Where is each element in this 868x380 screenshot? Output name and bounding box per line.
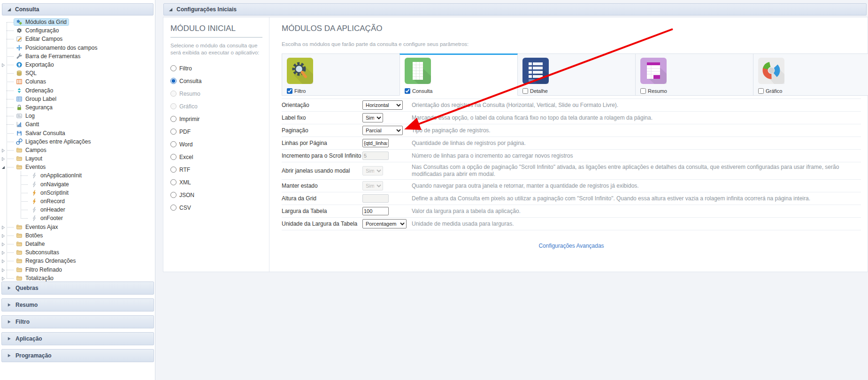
expand-toggle-icon[interactable] (1, 62, 6, 67)
tree-item-barra-de-ferramentas[interactable]: Barra de Ferramentas (0, 52, 155, 61)
tree-item-configuracao[interactable]: Configuração (0, 26, 155, 35)
module-checkbox-filtro[interactable] (287, 88, 292, 94)
module-checkbox-grafico[interactable] (758, 88, 764, 94)
module-checkbox-resumo[interactable] (640, 88, 646, 94)
tree-item-onscriptinit[interactable]: onScriptInit (0, 189, 155, 197)
radio-input-pdf[interactable] (170, 129, 177, 135)
tree-item-log[interactable]: Log (0, 112, 155, 120)
tree-item-content: Regras Ordenações (14, 258, 77, 264)
radio-grafico[interactable]: Gráfico (170, 100, 269, 113)
tree-item-campos[interactable]: Campos (0, 146, 155, 154)
setting-input-linhas-por-pagina[interactable] (362, 139, 389, 147)
radio-input-rtf[interactable] (170, 167, 177, 173)
tree-item-label: Eventos Ajax (25, 224, 58, 230)
setting-select-label-fixo[interactable]: Sim (362, 113, 383, 122)
expand-toggle-icon[interactable] (1, 267, 6, 272)
radio-input-word[interactable] (170, 141, 177, 147)
setting-control-cell (362, 152, 412, 160)
tree-item-label: Editar Campos (25, 36, 62, 42)
expand-toggle-icon[interactable] (1, 242, 6, 246)
tree-item-exportacao[interactable]: Exportação (0, 61, 155, 69)
tree-item-filtro-refinado[interactable]: Filtro Refinado (0, 265, 155, 274)
accordion-filtro[interactable]: Filtro (1, 315, 154, 328)
tree-item-onapplicationinit[interactable]: onApplicationInit (0, 171, 155, 180)
accordion-aplicacao[interactable]: Aplicação (1, 332, 154, 345)
tree-item-regras-ordenacoes[interactable]: Regras Ordenações (0, 257, 155, 265)
main-section-configuracoes-iniciais[interactable]: Configurações Iniciais (163, 3, 867, 15)
tree-item-content: Barra de Ferramentas (14, 53, 82, 60)
tree-item-editar-campos[interactable]: Editar Campos (0, 35, 155, 43)
accordion-label: Aplicação (15, 335, 42, 342)
expand-toggle-icon[interactable] (1, 233, 6, 238)
radio-input-imprimir[interactable] (170, 116, 177, 122)
advanced-settings-link[interactable]: Configurações Avançadas (538, 243, 604, 249)
tree-item-detalhe[interactable]: Detalhe (0, 240, 155, 248)
tree-item-eventos-ajax[interactable]: Eventos Ajax (0, 223, 155, 231)
sidebar-section-consulta[interactable]: Consulta (2, 3, 154, 15)
expand-toggle-icon[interactable] (1, 148, 6, 152)
tree-item-eventos[interactable]: Eventos (0, 163, 155, 171)
radio-input-consulta[interactable] (170, 78, 177, 84)
radio-pdf[interactable]: PDF (170, 125, 269, 138)
accordion-quebras[interactable]: Quebras (1, 281, 154, 295)
tree-item-onnavigate[interactable]: onNavigate (0, 180, 155, 189)
tree-item-modulos-da-grid[interactable]: Módulos da Grid (0, 18, 155, 26)
setting-select-unidade-da-largura-da-tabela[interactable]: Porcentagem (362, 219, 407, 228)
tree-item-ligacoes-entre-aplicacoes[interactable]: Ligações entre Aplicações (0, 137, 155, 146)
tree-item-ordenacao[interactable]: Ordenação (0, 86, 155, 95)
radio-input-excel[interactable] (170, 154, 177, 160)
module-tab-detalhe[interactable]: Detalhe (517, 53, 636, 96)
radio-label: JSON (179, 192, 194, 198)
setting-input-largura-da-tabela[interactable] (362, 207, 389, 215)
tree-item-onfooter[interactable]: onFooter (0, 214, 155, 222)
radio-input-json[interactable] (170, 192, 177, 198)
setting-select-paginacao[interactable]: Parcial (362, 126, 403, 135)
radio-consulta[interactable]: Consulta (170, 75, 269, 87)
tree-item-seguranca[interactable]: Segurança (0, 103, 155, 112)
tree-item-content: Campos (14, 147, 48, 153)
radio-rtf[interactable]: RTF (170, 163, 269, 176)
module-tab-filtro[interactable]: Filtro (282, 53, 400, 96)
module-checkbox-consulta[interactable] (405, 88, 410, 94)
expand-toggle-icon[interactable] (1, 156, 6, 161)
radio-input-csv[interactable] (170, 205, 177, 211)
module-tab-resumo[interactable]: Resumo (635, 53, 753, 96)
module-tab-consulta[interactable]: Consulta (399, 53, 518, 96)
tree-item-gantt[interactable]: Gantt (0, 120, 155, 129)
radio-json[interactable]: JSON (170, 189, 269, 201)
radio-xml[interactable]: XML (170, 176, 269, 189)
tree-item-posicionamento-dos-campos[interactable]: Posicionamento dos campos (0, 44, 155, 52)
module-tab-grafico[interactable]: Gráfico (753, 53, 868, 96)
tree-item-sql[interactable]: SQL (0, 69, 155, 77)
radio-excel[interactable]: Excel (170, 151, 269, 163)
tree-item-onrecord[interactable]: onRecord (0, 197, 155, 205)
modulo-inicial-column: MÓDULO INICIAL Selecione o módulo da con… (163, 17, 269, 272)
accordion-programacao[interactable]: Programação (1, 349, 154, 362)
expand-toggle-icon[interactable] (1, 276, 6, 281)
setting-select-orientacao[interactable]: Horizontal (362, 100, 403, 110)
tree-item-onheader[interactable]: onHeader (0, 205, 155, 214)
tree-item-subconsultas[interactable]: Subconsultas (0, 248, 155, 257)
accordion-resumo[interactable]: Resumo (1, 298, 154, 312)
tree-item-salvar-consulta[interactable]: Salvar Consulta (0, 129, 155, 137)
tree-item-label: onScriptInit (40, 190, 69, 196)
tree-item-content: Gantt (14, 121, 41, 128)
tree-item-colunas[interactable]: Colunas (0, 77, 155, 86)
radio-filtro[interactable]: Filtro (170, 62, 269, 75)
module-checkbox-detalhe[interactable] (522, 88, 528, 94)
radio-resumo[interactable]: Resumo (170, 87, 269, 100)
tree-item-content: Segurança (14, 104, 54, 111)
radio-csv[interactable]: CSV (170, 201, 269, 214)
radio-input-xml[interactable] (170, 179, 177, 185)
expand-toggle-icon[interactable] (1, 258, 6, 263)
tree-item-botoes[interactable]: Botões (0, 231, 155, 240)
setting-control-cell: Porcentagem (362, 219, 412, 228)
collapse-toggle-icon[interactable] (1, 165, 6, 169)
radio-imprimir[interactable]: Imprimir (170, 113, 269, 125)
radio-word[interactable]: Word (170, 138, 269, 151)
expand-toggle-icon[interactable] (1, 225, 6, 229)
tree-item-group-label[interactable]: Group Label (0, 95, 155, 103)
radio-input-filtro[interactable] (170, 65, 177, 71)
expand-toggle-icon[interactable] (1, 250, 6, 255)
tree-item-layout[interactable]: Layout (0, 154, 155, 163)
